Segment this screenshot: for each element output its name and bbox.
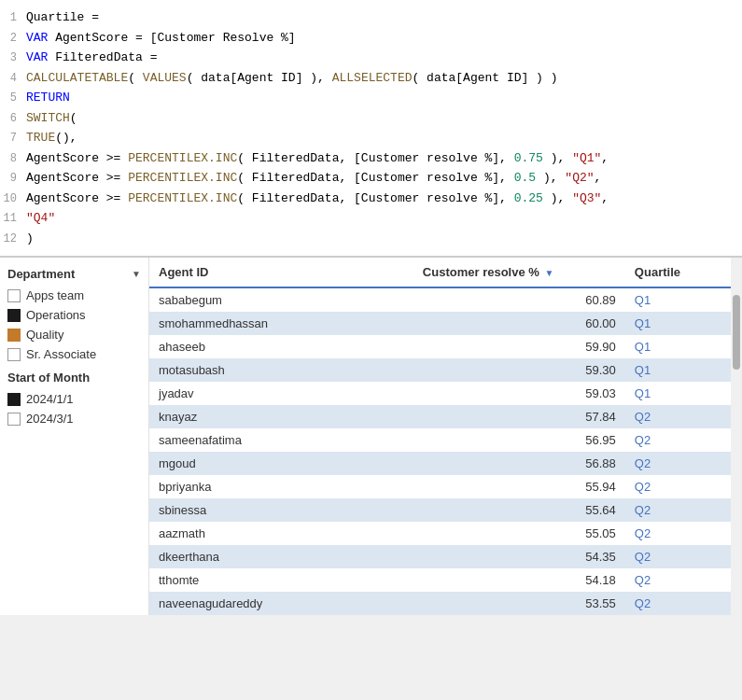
code-content: TRUE(), [26, 129, 742, 147]
code-line: 12 ) [0, 229, 742, 249]
quartile-badge: Q1 [635, 316, 651, 330]
cell-resolve: 55.64 [413, 498, 625, 522]
cell-resolve: 59.03 [413, 382, 625, 405]
token-str: "Q3" [572, 191, 601, 205]
table-row: sbinessa55.64Q2 [149, 498, 731, 522]
code-content: AgentScore >= PERCENTILEX.INC( FilteredD… [26, 169, 742, 188]
start-of-month-label: Start of Month [7, 371, 90, 385]
filter-item-label: Quality [26, 328, 63, 342]
cell-quartile: Q2 [625, 475, 731, 498]
token-kw: VAR [26, 50, 55, 64]
token-plain: ), [543, 191, 572, 205]
token-plain: ), [536, 171, 565, 185]
line-number: 4 [0, 70, 26, 87]
cell-quartile: Q1 [625, 358, 731, 382]
token-plain: FilteredData = [55, 50, 157, 64]
checkbox[interactable] [7, 289, 21, 302]
filter-item-label: 2024/3/1 [26, 412, 74, 426]
cell-quartile: Q1 [625, 287, 731, 312]
cell-agent: sababegum [149, 287, 413, 312]
token-fn: ALLSELECTED [332, 71, 413, 85]
token-plain: ), [543, 151, 572, 165]
table-row: bpriyanka55.94Q2 [149, 475, 731, 498]
cell-resolve: 59.90 [413, 335, 625, 358]
filter-item-month[interactable]: 2024/1/1 [7, 392, 141, 406]
code-line: 5RETURN [0, 88, 742, 108]
department-section-title[interactable]: Department▼ [7, 267, 141, 281]
cell-resolve: 54.35 [413, 545, 625, 568]
cell-quartile: Q2 [625, 498, 731, 522]
checkbox[interactable] [7, 309, 21, 322]
table-row: knayaz57.84Q2 [149, 405, 731, 428]
token-fn: PERCENTILEX.INC [128, 191, 237, 205]
col-header-quartile[interactable]: Quartile [625, 258, 731, 287]
token-kw: RETURN [26, 91, 70, 105]
table-row: naveenagudareddy53.55Q2 [149, 592, 731, 615]
department-label: Department [7, 267, 75, 281]
token-kw: VAR [26, 31, 55, 45]
token-plain: AgentScore >= [26, 171, 128, 185]
col-header-resolve[interactable]: Customer resolve % ▼ [413, 258, 625, 287]
cell-agent: naveenagudareddy [149, 592, 413, 615]
token-plain: ( [70, 111, 77, 125]
token-plain: , [595, 171, 602, 185]
code-line: 1Quartile = [0, 7, 742, 28]
line-number: 9 [0, 170, 26, 187]
cell-agent: knayaz [149, 405, 413, 428]
line-number: 8 [0, 150, 26, 167]
table-row: dkeerthana54.35Q2 [149, 545, 731, 568]
line-number: 3 [0, 49, 26, 66]
code-line: 3VAR FilteredData = [0, 48, 742, 68]
filter-item-department[interactable]: Sr. Associate [7, 347, 141, 361]
code-line: 2VAR AgentScore = [Customer Resolve %] [0, 28, 742, 49]
col-header-agent[interactable]: Agent ID [149, 258, 413, 287]
token-plain: ( FilteredData, [Customer resolve %], [237, 191, 513, 205]
cell-agent: bpriyanka [149, 475, 413, 498]
filter-item-department[interactable]: Operations [7, 308, 141, 322]
code-content: Quartile = [26, 8, 742, 27]
code-line: 11 "Q4" [0, 208, 742, 229]
cell-quartile: Q1 [625, 312, 731, 335]
code-content: ) [26, 230, 742, 248]
filter-item-department[interactable]: Quality [7, 328, 141, 342]
quartile-badge: Q2 [635, 596, 651, 610]
cell-agent: motasubash [149, 358, 413, 382]
filter-item-department[interactable]: Apps team [7, 288, 141, 302]
checkbox[interactable] [7, 393, 21, 406]
code-editor: 1Quartile = 2VAR AgentScore = [Customer … [0, 0, 742, 258]
token-plain: , [601, 191, 609, 205]
line-number: 10 [0, 190, 26, 207]
scrollbar-thumb[interactable] [733, 295, 740, 370]
quartile-badge: Q2 [635, 433, 651, 447]
quartile-badge: Q2 [635, 480, 651, 494]
filter-item-label: Sr. Associate [26, 347, 96, 361]
checkbox[interactable] [7, 348, 21, 361]
code-content: AgentScore >= PERCENTILEX.INC( FilteredD… [26, 149, 742, 168]
checkbox[interactable] [7, 329, 21, 342]
code-content: VAR FilteredData = [26, 49, 742, 67]
cell-agent: dkeerthana [149, 545, 413, 568]
cell-resolve: 60.89 [413, 287, 625, 312]
chevron-down-icon: ▼ [132, 269, 141, 279]
code-line: 6 SWITCH( [0, 108, 742, 129]
cell-quartile: Q2 [625, 452, 731, 475]
code-line: 4 CALCULATETABLE( VALUES( data[Agent ID]… [0, 68, 742, 89]
token-num: 0.75 [514, 151, 543, 165]
token-plain: ) [26, 231, 34, 245]
code-content: RETURN [26, 89, 742, 107]
quartile-badge: Q2 [635, 526, 651, 540]
token-plain: AgentScore >= [26, 191, 128, 205]
quartile-badge: Q2 [635, 550, 651, 564]
scrollbar-track[interactable] [731, 258, 742, 615]
filter-panel: Department▼Apps teamOperationsQualitySr.… [0, 258, 149, 615]
line-number: 12 [0, 231, 26, 247]
cell-agent: sameenafatima [149, 428, 413, 452]
line-number: 1 [0, 9, 26, 26]
table-row: tthomte54.18Q2 [149, 568, 731, 592]
bottom-section: Department▼Apps teamOperationsQualitySr.… [0, 258, 742, 615]
code-content: AgentScore >= PERCENTILEX.INC( FilteredD… [26, 189, 742, 208]
filter-item-month[interactable]: 2024/3/1 [7, 412, 141, 426]
checkbox[interactable] [7, 413, 21, 426]
cell-resolve: 55.94 [413, 475, 625, 498]
token-str: "Q2" [565, 171, 594, 185]
